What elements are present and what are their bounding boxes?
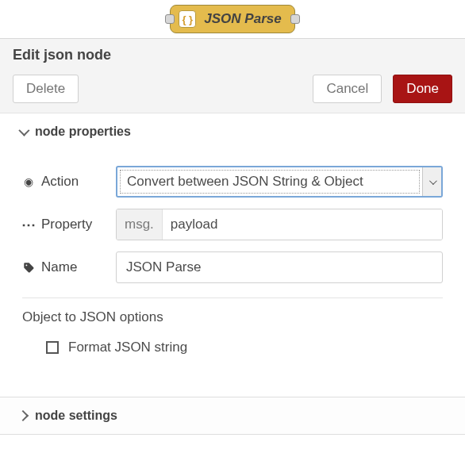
name-label-text: Name (41, 259, 77, 275)
done-button[interactable]: Done (393, 75, 452, 103)
action-select[interactable]: Convert between JSON String & Object (116, 166, 443, 198)
action-icon (22, 175, 35, 188)
node-input-port[interactable] (165, 14, 175, 24)
format-json-checkbox[interactable] (46, 341, 59, 354)
property-prefix[interactable]: msg. (117, 209, 163, 240)
property-label-text: Property (41, 217, 92, 232)
json-node-label: JSON Parse (204, 11, 281, 27)
property-input[interactable]: msg. (116, 209, 443, 240)
json-node[interactable]: { } JSON Parse (170, 5, 294, 33)
divider (22, 298, 443, 298)
chevron-right-icon (17, 410, 29, 421)
cancel-button[interactable]: Cancel (313, 75, 382, 103)
action-label: Action (22, 174, 116, 190)
editor-header: Edit json node Delete Cancel Done (0, 39, 465, 113)
name-label: Name (22, 259, 116, 275)
tag-icon (22, 262, 35, 274)
editor-title: Edit json node (13, 47, 452, 63)
node-settings-title: node settings (35, 409, 117, 423)
node-settings-toggle[interactable]: node settings (0, 397, 465, 434)
delete-button[interactable]: Delete (13, 75, 79, 103)
chevron-down-icon (18, 125, 29, 136)
action-select-caret[interactable] (422, 167, 441, 196)
object-to-json-title: Object to JSON options (22, 309, 443, 325)
chevron-down-icon (429, 177, 437, 185)
node-properties-toggle[interactable]: node properties (0, 113, 465, 147)
node-editor-panel: Edit json node Delete Cancel Done node p… (0, 38, 465, 435)
action-label-text: Action (41, 174, 79, 190)
property-value-input[interactable] (163, 209, 442, 240)
property-label: Property (22, 217, 116, 232)
format-json-label: Format JSON string (68, 340, 187, 355)
format-json-checkbox-row[interactable]: Format JSON string (46, 340, 443, 355)
node-output-port[interactable] (290, 14, 300, 24)
node-properties-body: Action Convert between JSON String & Obj… (0, 147, 465, 370)
name-input[interactable] (116, 251, 443, 283)
node-properties-title: node properties (35, 125, 131, 139)
action-select-value: Convert between JSON String & Object (120, 170, 420, 194)
json-node-icon: { } (179, 10, 196, 28)
